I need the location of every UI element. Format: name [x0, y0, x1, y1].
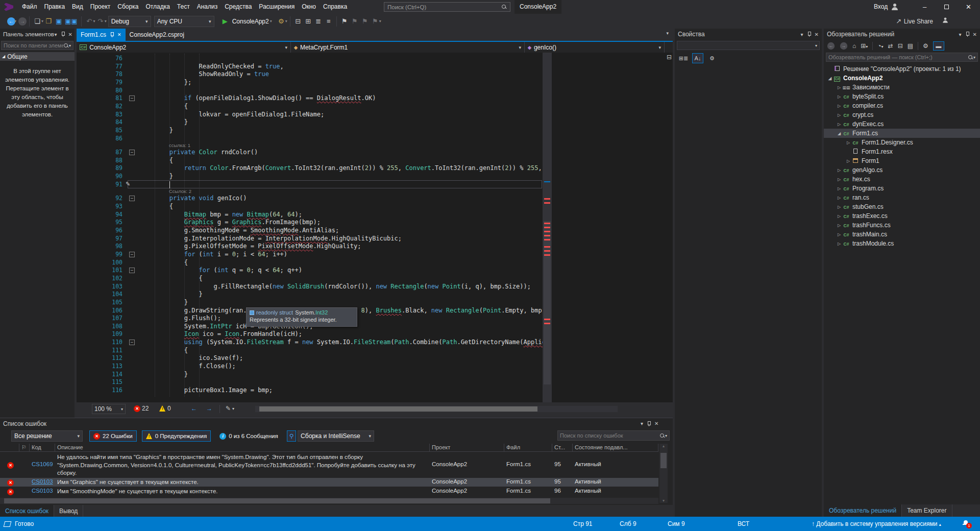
forward-button[interactable]: → — [840, 42, 847, 50]
properties-button[interactable]: ⚙ — [923, 42, 928, 50]
column-header[interactable]: Код — [30, 444, 55, 452]
code-line[interactable]: { — [140, 157, 173, 165]
tree-expander-icon[interactable]: ▷ — [836, 205, 842, 209]
minimize-button[interactable]: – — [914, 0, 936, 14]
tree-expander-icon[interactable]: ▷ — [836, 223, 842, 228]
tree-expander-icon[interactable]: ▷ — [836, 242, 842, 246]
panel-tab-team-explorer[interactable]: Team Explorer — [902, 504, 952, 517]
column-header[interactable]: Ст... — [552, 444, 573, 452]
tree-expander-icon[interactable]: ▷ — [836, 196, 842, 200]
member-dropdown[interactable]: ◆ genIco() ▾ — [525, 42, 665, 53]
codelens-references[interactable]: ссылка: 1 — [169, 142, 190, 149]
error-scope-dropdown[interactable]: Все решение▾ — [11, 430, 83, 442]
categorized-view-button[interactable]: ⊞≣ — [678, 53, 689, 63]
code-line[interactable]: for (int i = 0; i < 64; i++) — [140, 251, 287, 259]
panel-tab-вывод[interactable]: Вывод — [54, 505, 83, 517]
code-line[interactable]: } — [140, 118, 188, 127]
navigate-forward-button[interactable]: → — [206, 405, 212, 412]
redo-button[interactable]: ↷ — [95, 17, 106, 25]
tree-item-ran-cs[interactable]: ▷C#ran.cs — [824, 193, 980, 202]
editor-vertical-scrollbar[interactable] — [543, 53, 552, 402]
tree-item-trashfuncs-cs[interactable]: ▷C#trashFuncs.cs — [824, 221, 980, 230]
navigate-forward-button[interactable]: → — [18, 17, 27, 26]
properties-object-dropdown[interactable]: ▾ — [677, 41, 820, 50]
code-cleanup-button[interactable]: ✎▾ — [226, 405, 234, 412]
code-line[interactable]: lokvar = openFileDialog1.FileName; — [140, 111, 324, 119]
code-line[interactable]: ico.Save(f); — [140, 354, 243, 363]
fold-collapse-button[interactable]: – — [129, 340, 135, 345]
code-line[interactable]: } — [140, 299, 188, 307]
close-tab-icon[interactable]: ✕ — [117, 32, 121, 37]
fold-collapse-button[interactable]: – — [129, 95, 135, 101]
configuration-dropdown[interactable]: Debug▾ — [108, 16, 151, 27]
undo-button[interactable]: ↶ — [84, 17, 94, 25]
build-intellisense-dropdown[interactable]: Сборка и IntelliSense▾ — [298, 430, 374, 442]
code-line[interactable]: { — [140, 259, 188, 267]
properties-pin-icon[interactable] — [807, 32, 811, 37]
menu-item[interactable]: Справка — [320, 0, 351, 14]
close-button[interactable]: ✕ — [958, 0, 979, 14]
menu-item[interactable]: Вид — [68, 0, 87, 14]
tree-item-crypt-cs[interactable]: ▷C#crypt.cs — [824, 110, 980, 119]
prev-bookmark-button[interactable]: ⚑ — [360, 17, 370, 25]
tree-expander-icon[interactable]: ▷ — [836, 186, 842, 191]
preview-selected-items-button[interactable]: ▬ — [933, 41, 944, 51]
code-line[interactable]: g.Flush(); — [140, 315, 221, 323]
filter-button[interactable]: ⚲ — [287, 430, 296, 442]
error-list-close-icon[interactable]: ✕ — [654, 421, 658, 426]
tree-expander-icon[interactable]: ▷ — [836, 94, 842, 99]
panel-tab-обозреватель-решений[interactable]: Обозреватель решений — [824, 504, 902, 517]
error-list-vertical-scrollbar[interactable]: ▴▾ — [659, 444, 668, 503]
editor-warning-count[interactable]: 0 — [159, 405, 171, 412]
document-tab[interactable]: Form1.cs✕ — [77, 29, 126, 41]
bookmark-button[interactable]: ⚑ — [339, 17, 350, 25]
column-header[interactable] — [0, 444, 19, 452]
column-header[interactable]: Описание — [55, 444, 430, 452]
redo-dropdown[interactable]: ▾ — [105, 19, 107, 23]
home-button[interactable]: ⌂ — [852, 42, 856, 50]
menu-item[interactable]: Проект — [87, 0, 114, 14]
code-line[interactable]: g.PixelOffsetMode = PixelOffsetMode.High… — [140, 243, 361, 251]
code-line[interactable]: Icon ico = Icon.FromHandle(icH); — [140, 330, 302, 339]
code-line[interactable]: }; — [140, 79, 191, 87]
code-surface[interactable]: 7677 ReadOnlyChecked = true,78 ShowReadO… — [77, 53, 543, 402]
tree-item-consoleapp2[interactable]: ◢C#ConsoleApp2 — [824, 74, 980, 83]
warnings-filter-button[interactable]: 0 Предупреждения — [142, 430, 211, 442]
project-dropdown[interactable]: C# ConsoleApp2 ▾ — [77, 42, 291, 53]
column-header[interactable]: ⚐ — [19, 444, 30, 452]
toolbox-group-header[interactable]: ◢ Общие — [0, 52, 75, 61]
tree-expander-icon[interactable]: ▷ — [845, 159, 851, 163]
menu-item[interactable]: Окно — [298, 0, 320, 14]
error-list-pin-icon[interactable] — [647, 421, 651, 426]
show-all-files-button[interactable]: ▤ — [908, 42, 913, 50]
pending-changes-filter-button[interactable]: ◔▾ — [877, 42, 883, 50]
errors-filter-button[interactable]: ✕ 22 Ошибки — [89, 430, 137, 442]
menu-item[interactable]: Правка — [41, 0, 69, 14]
line-indent-button[interactable]: ≣ — [313, 17, 324, 25]
menu-item[interactable]: Файл — [18, 0, 41, 14]
tree-expander-icon[interactable]: ▷ — [836, 113, 842, 117]
code-line[interactable]: Graphics g = Graphics.FromImage(bmp); — [140, 219, 321, 227]
tree-item--consoleapp2-1-1-[interactable]: Решение "ConsoleApp2" (проекты: 1 из 1) — [824, 64, 980, 74]
navigate-backward-button[interactable]: ← — [191, 405, 197, 412]
error-row[interactable]: ✕CS0103Имя "Graphics" не существует в те… — [0, 478, 658, 487]
fold-collapse-button[interactable]: – — [129, 252, 135, 257]
column-header[interactable]: Проект — [430, 444, 504, 452]
restore-button[interactable] — [936, 0, 958, 14]
live-share-button[interactable]: ↗ Live Share — [894, 14, 950, 29]
fold-collapse-button[interactable]: – — [129, 196, 135, 201]
code-line[interactable]: if (openFileDialog1.ShowDialog() == Dial… — [140, 94, 376, 103]
editor-error-count[interactable]: ✕22 — [134, 405, 149, 412]
scrollbar-thumb[interactable] — [544, 221, 551, 384]
next-bookmark-button[interactable]: ⚑ — [350, 17, 360, 25]
tree-item-form1-designer-cs[interactable]: ▷C#Form1.Designer.cs — [824, 138, 980, 147]
code-line[interactable]: g.SmoothingMode = SmoothingMode.AntiAlia… — [140, 227, 339, 235]
error-code-link[interactable]: CS1069 — [30, 461, 55, 468]
save-button[interactable]: ▣ — [54, 17, 64, 25]
tree-expander-icon[interactable]: ▷ — [836, 168, 842, 173]
solution-explorer-search-input[interactable]: Обозреватель решений — поиск (Ctrl+;) ▾ — [826, 53, 978, 62]
platform-dropdown[interactable]: Any CPU▾ — [154, 16, 214, 27]
code-line[interactable]: pictureBox1.Image = bmp; — [140, 387, 273, 395]
tree-expander-icon[interactable]: ▷ — [836, 232, 842, 237]
code-line[interactable]: private Color rndColor() — [140, 149, 258, 157]
